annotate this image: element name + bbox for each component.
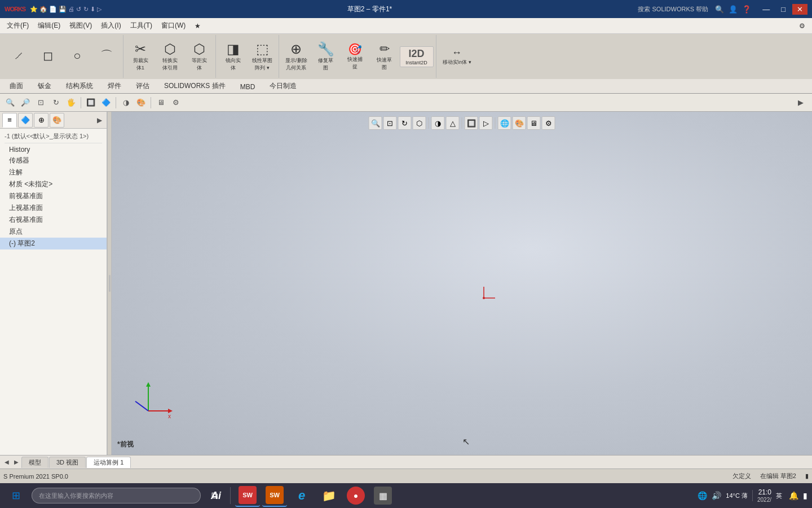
tab-3dview[interactable]: 3D 视图 (49, 457, 86, 468)
mirror-button[interactable]: ◨ 镜向实体 (219, 40, 247, 73)
move-entity-button[interactable]: ↔ 移动实\n体 ▾ (439, 46, 475, 67)
start-button[interactable]: ⊞ (5, 484, 27, 507)
3d-view-tool[interactable]: 🔲 (84, 96, 98, 110)
taskbar-solidworks-app[interactable]: SW (235, 484, 260, 507)
taskbar-explorer-app[interactable]: 📁 (316, 484, 341, 507)
collapse-right[interactable]: ▶ (793, 96, 809, 110)
pan-tool[interactable]: 🖐 (64, 96, 78, 110)
sound-icon[interactable]: 🔊 (712, 491, 721, 500)
rect-tool[interactable]: ◻ (34, 47, 62, 65)
settings-icon[interactable]: ⚙ (795, 20, 810, 32)
tree-item-origin[interactable]: 原点 (0, 226, 107, 238)
trim-body-button[interactable]: ✂ 剪裁实体1 (126, 40, 155, 73)
tab-prev-arrow[interactable]: ◀ (2, 458, 11, 467)
panel-tab-feature-manager[interactable]: ≡ (2, 113, 17, 128)
display-style-tool[interactable]: 🔷 (99, 96, 113, 110)
lang-indicator[interactable]: 英 (776, 492, 782, 500)
tree-item-history[interactable]: History (0, 144, 107, 155)
menu-view[interactable]: 视图(V) (65, 19, 96, 32)
panel-tab-appearance[interactable]: 🎨 (50, 113, 64, 128)
tree-item-top-plane[interactable]: 上视基准面 (0, 202, 107, 214)
tab-model[interactable]: 模型 (21, 457, 48, 468)
line-tool[interactable]: ⟋ (5, 47, 33, 65)
circle-tool[interactable]: ○ (63, 47, 91, 65)
maximize-button[interactable]: □ (776, 4, 790, 15)
taskbar-search-bar[interactable] (32, 488, 201, 503)
menu-star[interactable]: ★ (190, 20, 205, 32)
vp-hide-tool[interactable]: △ (446, 116, 460, 130)
tree-item-sketch2[interactable]: (-) 草图2 (0, 238, 107, 249)
tree-item-annotations[interactable]: 注解 (0, 167, 107, 178)
taskbar-ie-app[interactable]: e (289, 484, 314, 507)
linear-pattern-button[interactable]: ⬚ 线性草图阵列 ▾ (248, 40, 276, 73)
vp-view-orient[interactable]: ▷ (479, 116, 493, 130)
tree-item-sensors[interactable]: 传感器 (0, 155, 107, 167)
convert-button[interactable]: ⬡ 转换实体引用 (156, 40, 184, 73)
zoom-in-tool[interactable]: 🔍 (3, 96, 17, 110)
panel-tab-configuration[interactable]: ⊕ (34, 113, 48, 128)
show-desktop-icon[interactable]: ▮ (803, 491, 807, 500)
tab-plugins[interactable]: SOLIDWORKS 插件 (157, 78, 233, 93)
taskbar-search-input[interactable] (32, 488, 201, 503)
tree-item-front-plane[interactable]: 前视基准面 (0, 190, 107, 202)
3d-viewport[interactable]: 🔍 ⊡ ↻ ⬡ ◑ △ 🔲 ▷ 🌐 🎨 🖥 ⚙ (112, 112, 812, 455)
qsketch-icon: ✏ (379, 42, 390, 56)
clock[interactable]: 21:0 2022/ (757, 488, 771, 503)
taskbar-app7[interactable]: ▦ (370, 484, 395, 507)
tree-item-right-plane[interactable]: 右视基准面 (0, 214, 107, 226)
show-relations-button[interactable]: ⊕ 显示/删除几何关系 (282, 40, 311, 73)
tab-mbd[interactable]: MBD (233, 80, 263, 93)
vp-dimension-tool[interactable]: ⬡ (413, 116, 426, 130)
tab-today-mfg[interactable]: 今日制造 (262, 78, 304, 93)
vp-display-style[interactable]: ◑ (431, 116, 445, 130)
menu-file[interactable]: 文件(F) (2, 19, 33, 32)
vp-rotate-tool[interactable]: ↻ (398, 116, 412, 130)
tab-motion[interactable]: 运动算例 1 (86, 457, 131, 468)
tab-surface[interactable]: 曲面 (2, 78, 30, 93)
tab-structure[interactable]: 结构系统 (59, 78, 100, 93)
menu-window[interactable]: 窗口(W) (157, 19, 190, 32)
close-button[interactable]: ✕ (792, 4, 807, 15)
tab-weldments[interactable]: 焊件 (100, 78, 129, 93)
vp-screen-tool[interactable]: 🖥 (527, 116, 541, 130)
vp-render-tool[interactable]: 🎨 (513, 116, 526, 130)
section-view-tool[interactable]: ◑ (119, 96, 133, 110)
minimize-button[interactable]: — (758, 4, 774, 15)
render-tools[interactable]: 🎨 (134, 96, 148, 110)
tree-part-title[interactable]: -1 (默认<<默认>_显示状态 1>) (0, 131, 107, 142)
repair-sketch-button[interactable]: 🔧 修复草图 (312, 40, 340, 73)
user-icon[interactable]: 👤 (729, 5, 738, 14)
search-icon-title[interactable]: 🔍 (715, 5, 724, 14)
rotate-tool[interactable]: ↻ (49, 96, 63, 110)
scene-tool[interactable]: 🖥 (154, 96, 167, 110)
menu-tools[interactable]: 工具(T) (126, 19, 157, 32)
tab-evaluate[interactable]: 评估 (129, 78, 157, 93)
appearance-tool[interactable]: ⚙ (169, 96, 183, 110)
quick-snap-button[interactable]: 🎯 快速捕捉 (341, 41, 369, 72)
vp-scene-tool[interactable]: 🌐 (498, 116, 511, 130)
notification-icon[interactable]: 🔔 (789, 491, 798, 500)
arc-tool[interactable]: ⌒ (92, 46, 121, 67)
vp-settings-tool[interactable]: ⚙ (542, 116, 555, 130)
qsketch-label: 快速草图 (377, 56, 392, 71)
panel-splitter[interactable] (107, 112, 112, 455)
zoom-out-tool[interactable]: 🔎 (19, 96, 32, 110)
tree-item-material[interactable]: 材质 <未指定> (0, 178, 107, 190)
taskbar-sw-alt-app[interactable]: SW (262, 484, 287, 507)
instant2d-button[interactable]: I2D Instant2D (400, 46, 434, 67)
zoom-fit-tool[interactable]: ⊡ (34, 96, 47, 110)
vp-select-tool[interactable]: ⊡ (383, 116, 397, 130)
tab-next-arrow[interactable]: ▶ (12, 458, 21, 467)
quick-sketch-button[interactable]: ✏ 快速草图 (370, 41, 399, 72)
network-icon[interactable]: 🌐 (698, 491, 707, 500)
menu-insert[interactable]: 插入(I) (96, 19, 125, 32)
panel-tab-property[interactable]: 🔷 (18, 113, 33, 128)
help-icon[interactable]: ❓ (742, 5, 751, 14)
menu-edit[interactable]: 编辑(E) (33, 19, 65, 32)
vp-search-tool[interactable]: 🔍 (369, 116, 382, 130)
panel-expand-button[interactable]: ▶ (94, 115, 104, 125)
offset-button[interactable]: ⬡ 等距实体 (185, 40, 213, 73)
tab-sheet-metal[interactable]: 钣金 (30, 78, 59, 93)
vp-section-tool[interactable]: 🔲 (465, 116, 478, 130)
taskbar-app6[interactable]: ● (343, 484, 368, 507)
